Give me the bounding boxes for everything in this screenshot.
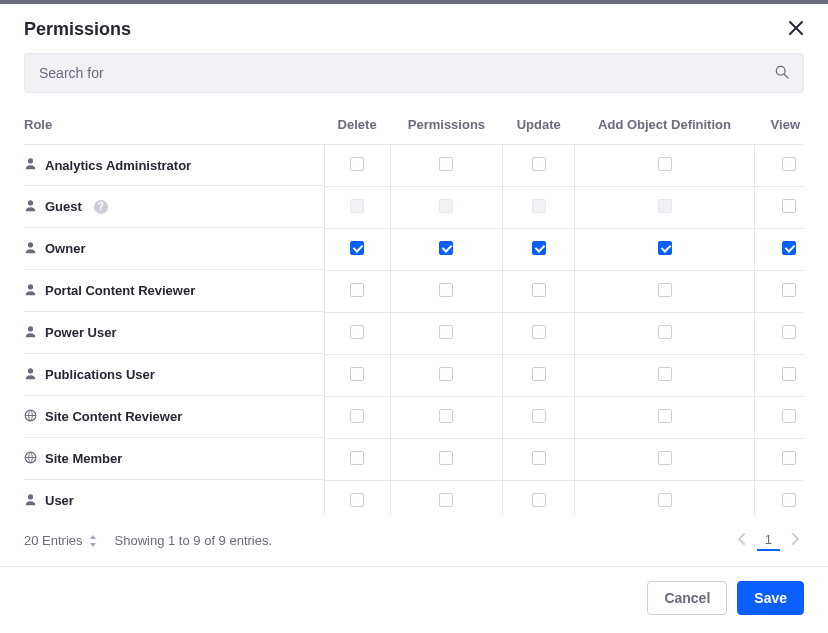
checkbox-cell xyxy=(324,271,390,313)
table-row: Analytics Administrator xyxy=(24,145,804,187)
checkbox-permissions[interactable] xyxy=(439,241,453,255)
checkbox-view[interactable] xyxy=(782,409,796,423)
checkbox-permissions[interactable] xyxy=(439,451,453,465)
entries-per-page[interactable]: 20 Entries xyxy=(24,533,97,548)
checkbox-cell xyxy=(390,481,502,516)
role-label: Site Member xyxy=(45,451,122,466)
checkbox-add-object-definition[interactable] xyxy=(658,451,672,465)
checkbox-permissions xyxy=(439,199,453,213)
checkbox-view[interactable] xyxy=(782,241,796,255)
table-row: User xyxy=(24,481,804,516)
checkbox-cell xyxy=(390,355,502,397)
table-row: Power User xyxy=(24,313,804,355)
table-row: Site Member xyxy=(24,439,804,481)
checkbox-update[interactable] xyxy=(532,157,546,171)
showing-text: Showing 1 to 9 of 9 entries. xyxy=(115,533,273,548)
checkbox-delete[interactable] xyxy=(350,367,364,381)
cancel-button[interactable]: Cancel xyxy=(647,581,727,615)
role-cell: Guest? xyxy=(24,187,324,228)
role-cell: Publications User xyxy=(24,355,324,396)
checkbox-delete[interactable] xyxy=(350,283,364,297)
checkbox-cell xyxy=(503,187,575,229)
checkbox-update[interactable] xyxy=(532,325,546,339)
modal-header: Permissions xyxy=(0,4,828,53)
checkbox-update[interactable] xyxy=(532,367,546,381)
checkbox-delete[interactable] xyxy=(350,493,364,507)
checkbox-add-object-definition[interactable] xyxy=(658,367,672,381)
permissions-modal: Permissions Role Delete Permissions Upda… xyxy=(0,0,828,633)
checkbox-permissions[interactable] xyxy=(439,367,453,381)
checkbox-cell xyxy=(503,145,575,187)
checkbox-cell xyxy=(754,439,804,481)
role-cell: Site Content Reviewer xyxy=(24,397,324,438)
checkbox-cell xyxy=(575,187,754,229)
checkbox-cell xyxy=(503,481,575,516)
role-label: Portal Content Reviewer xyxy=(45,283,195,298)
checkbox-cell xyxy=(390,397,502,439)
checkbox-delete[interactable] xyxy=(350,325,364,339)
table-row: Publications User xyxy=(24,355,804,397)
checkbox-cell xyxy=(324,187,390,229)
checkbox-permissions[interactable] xyxy=(439,493,453,507)
checkbox-delete xyxy=(350,199,364,213)
role-cell: Owner xyxy=(24,229,324,270)
pager-next[interactable] xyxy=(786,529,804,552)
col-add-object-definition: Add Object Definition xyxy=(575,107,754,145)
checkbox-cell xyxy=(390,271,502,313)
checkbox-update[interactable] xyxy=(532,283,546,297)
checkbox-update[interactable] xyxy=(532,493,546,507)
checkbox-update[interactable] xyxy=(532,241,546,255)
checkbox-add-object-definition[interactable] xyxy=(658,325,672,339)
checkbox-permissions[interactable] xyxy=(439,283,453,297)
checkbox-view[interactable] xyxy=(782,325,796,339)
checkbox-view[interactable] xyxy=(782,199,796,213)
col-delete: Delete xyxy=(324,107,390,145)
checkbox-view[interactable] xyxy=(782,493,796,507)
checkbox-cell xyxy=(575,229,754,271)
checkbox-view[interactable] xyxy=(782,451,796,465)
checkbox-update[interactable] xyxy=(532,451,546,465)
checkbox-delete[interactable] xyxy=(350,409,364,423)
checkbox-add-object-definition[interactable] xyxy=(658,283,672,297)
search-icon[interactable] xyxy=(761,65,803,82)
close-button[interactable] xyxy=(784,16,808,43)
checkbox-cell xyxy=(575,439,754,481)
checkbox-cell xyxy=(754,229,804,271)
chevron-left-icon xyxy=(737,533,747,545)
role-label: Owner xyxy=(45,241,85,256)
checkbox-view[interactable] xyxy=(782,157,796,171)
checkbox-permissions[interactable] xyxy=(439,157,453,171)
checkbox-add-object-definition[interactable] xyxy=(658,493,672,507)
checkbox-cell xyxy=(503,397,575,439)
checkbox-update[interactable] xyxy=(532,409,546,423)
checkbox-add-object-definition[interactable] xyxy=(658,409,672,423)
checkbox-delete[interactable] xyxy=(350,157,364,171)
pager-current[interactable]: 1 xyxy=(757,530,780,551)
role-label: Analytics Administrator xyxy=(45,158,191,173)
checkbox-cell xyxy=(754,271,804,313)
checkbox-cell xyxy=(575,355,754,397)
checkbox-delete[interactable] xyxy=(350,241,364,255)
checkbox-cell xyxy=(503,439,575,481)
permissions-table: Role Delete Permissions Update Add Objec… xyxy=(24,107,804,515)
checkbox-delete[interactable] xyxy=(350,451,364,465)
user-icon xyxy=(24,367,37,383)
checkbox-add-object-definition xyxy=(658,199,672,213)
checkbox-cell xyxy=(390,187,502,229)
checkbox-permissions[interactable] xyxy=(439,325,453,339)
checkbox-cell xyxy=(390,145,502,187)
checkbox-permissions[interactable] xyxy=(439,409,453,423)
checkbox-add-object-definition[interactable] xyxy=(658,157,672,171)
checkbox-cell xyxy=(324,397,390,439)
pager-prev[interactable] xyxy=(733,529,751,552)
save-button[interactable]: Save xyxy=(737,581,804,615)
checkbox-cell xyxy=(575,145,754,187)
help-icon[interactable]: ? xyxy=(94,200,108,214)
sort-arrows-icon xyxy=(89,535,97,547)
checkbox-view[interactable] xyxy=(782,367,796,381)
role-label: User xyxy=(45,493,74,508)
role-cell: User xyxy=(24,481,324,516)
search-input[interactable] xyxy=(25,54,761,92)
checkbox-view[interactable] xyxy=(782,283,796,297)
checkbox-add-object-definition[interactable] xyxy=(658,241,672,255)
